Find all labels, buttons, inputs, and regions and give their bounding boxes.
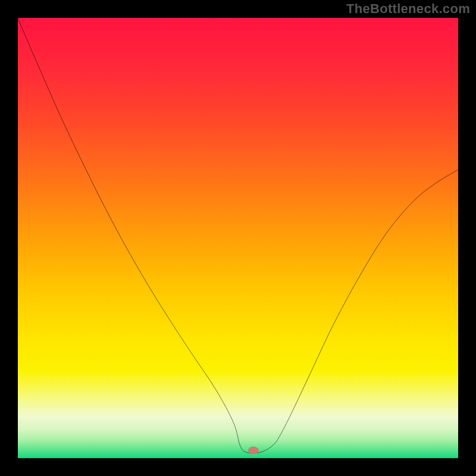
plot-area bbox=[18, 18, 458, 458]
chart-root: TheBottleneck.com bbox=[0, 0, 476, 476]
optimal-point-marker bbox=[248, 446, 259, 454]
watermark-text: TheBottleneck.com bbox=[346, 1, 470, 17]
bottleneck-curve bbox=[18, 18, 458, 458]
